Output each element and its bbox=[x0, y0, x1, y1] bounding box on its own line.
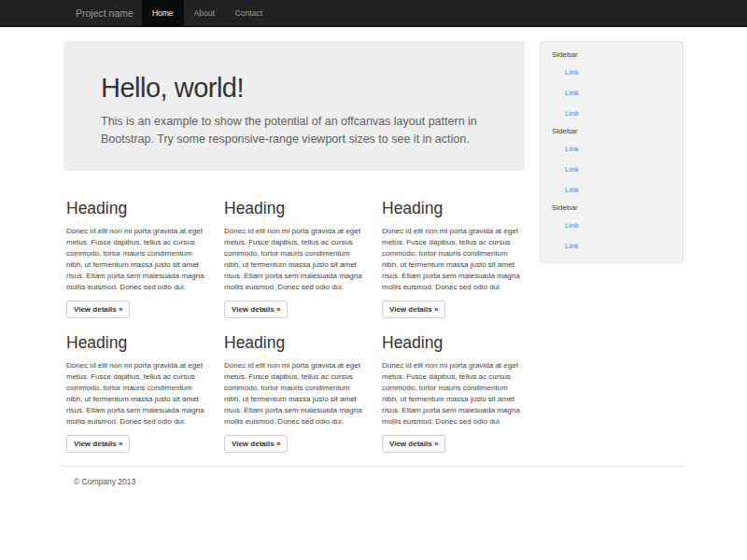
sidebar-link[interactable]: Link bbox=[541, 180, 683, 201]
sidebar-link[interactable]: Link bbox=[541, 139, 683, 160]
jumbotron-lead: This is an example to show the potential… bbox=[101, 113, 487, 148]
card-body-text: Donec id elit non mi porta gravida at eg… bbox=[382, 226, 521, 293]
sidebar-header: Sidebar bbox=[541, 201, 683, 216]
card-heading: Heading bbox=[66, 334, 205, 352]
sidebar-link[interactable]: Link bbox=[541, 236, 683, 257]
card-heading: Heading bbox=[382, 334, 521, 352]
page-footer: © Company 2013 bbox=[63, 466, 684, 486]
card: Heading Donec id elit non mi porta gravi… bbox=[221, 185, 379, 318]
sidebar-group: Sidebar Link Link Link bbox=[541, 124, 683, 201]
view-details-button[interactable]: View details » bbox=[66, 435, 130, 453]
sidebar-link[interactable]: Link bbox=[541, 83, 683, 104]
view-details-button[interactable]: View details » bbox=[382, 301, 445, 318]
nav-link-home[interactable]: Home bbox=[142, 0, 184, 27]
cards-row-1: Heading Donec id elit non mi porta gravi… bbox=[63, 185, 537, 318]
card-body-text: Donec id elit non mi porta gravida at eg… bbox=[224, 226, 363, 293]
view-details-button[interactable]: View details » bbox=[66, 301, 130, 318]
sidebar-link[interactable]: Link bbox=[541, 216, 683, 236]
sidebar-panel: Sidebar Link Link Link Sidebar Link Link… bbox=[540, 41, 684, 263]
sidebar-group: Sidebar Link Link bbox=[541, 201, 683, 257]
navbar-menu: Home About Contact bbox=[142, 0, 273, 27]
card-heading: Heading bbox=[224, 200, 363, 217]
page-title: Hello, world! bbox=[101, 73, 487, 104]
card: Heading Donec id elit non mi porta gravi… bbox=[63, 318, 221, 453]
nav-link-contact[interactable]: Contact bbox=[225, 0, 273, 27]
nav-link-about[interactable]: About bbox=[184, 0, 225, 27]
navbar-container: Project name Home About Contact bbox=[63, 0, 684, 27]
jumbotron: Hello, world! This is an example to show… bbox=[63, 41, 525, 171]
card: Heading Donec id elit non mi porta gravi… bbox=[379, 318, 537, 453]
brand-link[interactable]: Project name bbox=[63, 0, 142, 27]
cards-row-2: Heading Donec id elit non mi porta gravi… bbox=[63, 318, 537, 453]
card-heading: Heading bbox=[66, 200, 205, 217]
copyright-text: © Company 2013 bbox=[63, 477, 684, 486]
card: Heading Donec id elit non mi porta gravi… bbox=[379, 185, 537, 318]
sidebar-header: Sidebar bbox=[541, 124, 683, 139]
offcanvas-row: Hello, world! This is an example to show… bbox=[63, 27, 684, 453]
card-body-text: Donec id elit non mi porta gravida at eg… bbox=[224, 360, 363, 427]
card-body-text: Donec id elit non mi porta gravida at eg… bbox=[66, 360, 205, 427]
view-details-button[interactable]: View details » bbox=[382, 435, 445, 453]
page-container: Hello, world! This is an example to show… bbox=[63, 27, 684, 486]
view-details-button[interactable]: View details » bbox=[224, 301, 288, 318]
card: Heading Donec id elit non mi porta gravi… bbox=[63, 185, 221, 318]
sidebar-link[interactable]: Link bbox=[541, 63, 683, 83]
top-navbar: Project name Home About Contact bbox=[0, 0, 747, 27]
sidebar-group: Sidebar Link Link Link bbox=[541, 48, 683, 124]
sidebar-link[interactable]: Link bbox=[541, 160, 683, 180]
card-heading: Heading bbox=[382, 200, 521, 217]
view-details-button[interactable]: View details » bbox=[224, 435, 288, 453]
sidebar-header: Sidebar bbox=[541, 48, 683, 63]
sidebar-column: Sidebar Link Link Link Sidebar Link Link… bbox=[537, 27, 684, 263]
main-content: Hello, world! This is an example to show… bbox=[63, 27, 537, 453]
sidebar-link[interactable]: Link bbox=[541, 104, 683, 124]
footer-divider bbox=[63, 466, 684, 467]
card: Heading Donec id elit non mi porta gravi… bbox=[221, 318, 379, 453]
card-body-text: Donec id elit non mi porta gravida at eg… bbox=[382, 360, 521, 427]
card-heading: Heading bbox=[224, 334, 363, 352]
card-body-text: Donec id elit non mi porta gravida at eg… bbox=[66, 226, 205, 293]
